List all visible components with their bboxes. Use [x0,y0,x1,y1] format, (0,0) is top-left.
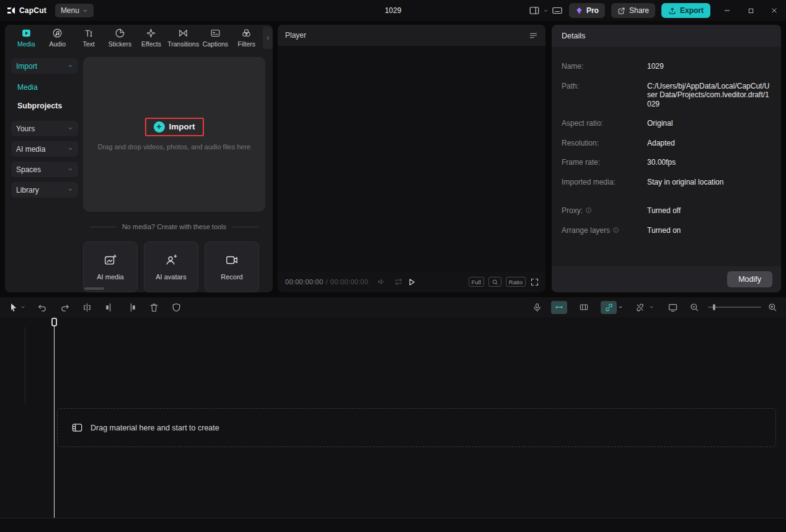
sidebar-item-yours[interactable]: Yours [11,121,78,136]
player-title: Player [285,31,306,40]
media-content: Import Drag and drop videos, photos, and… [83,51,273,292]
quality-full-button[interactable]: Full [469,277,484,287]
timecode-current: 00:00:00:00 [285,278,323,286]
mask-button[interactable] [171,302,182,313]
ai-media-card[interactable]: AI media [83,242,138,292]
record-icon [225,253,239,267]
detail-row-frame-rate: Frame rate: 30.00fps [562,158,771,167]
plus-icon [154,121,165,133]
export-button[interactable]: Export [661,3,710,18]
unlink-clips-button[interactable] [632,301,654,314]
keyframe-link-toggle[interactable] [551,301,567,314]
sidebar-item-library[interactable]: Library [11,182,78,198]
ai-media-icon [104,253,117,267]
sidebar-item-spaces[interactable]: Spaces [11,162,78,177]
media-panel-scrollbar[interactable] [84,287,104,290]
titlebar-actions: Pro Share Export [526,0,786,21]
menu-button[interactable]: Menu [55,4,94,17]
app-name: CapCut [19,6,46,15]
split-button[interactable] [82,302,92,313]
media-sidebar: Import Media Subprojects Yours AI media [5,51,83,292]
player-view-options: Full Ratio [469,277,540,287]
fit-zoom-button[interactable] [488,277,501,287]
import-dropzone[interactable]: Import Drag and drop videos, photos, and… [83,57,265,212]
capcut-logo-icon [6,6,16,15]
timeline[interactable]: Drag material here and start to create [0,317,786,532]
delete-right-button[interactable] [126,302,137,313]
ai-avatars-card[interactable]: AI avatars [144,242,198,292]
sidebar-item-subprojects[interactable]: Subprojects [11,98,78,113]
preview-axis-button[interactable] [668,302,678,313]
media-clip-icon [71,422,83,434]
chevron-down-icon [68,126,73,131]
media-tabbar: Media Audio Text Stickers [5,25,273,51]
tab-effects[interactable]: Effects [136,28,166,48]
tabs-expand-button[interactable] [263,27,273,49]
modify-button[interactable]: Modify [727,271,772,287]
sidebar-item-ai-media[interactable]: AI media [11,141,78,157]
sidebar-item-import[interactable]: Import [11,58,78,74]
undo-button[interactable] [37,302,48,313]
details-panel: Details Name: 1029 Path: C:/Users/bj/App… [552,25,781,292]
minimize-button[interactable] [715,0,739,21]
track-guide-line [25,327,25,404]
fullscreen-icon[interactable] [530,277,539,287]
pro-diamond-icon [575,7,583,15]
ratio-button[interactable]: Ratio [506,277,526,287]
freeze-frame-button[interactable] [576,301,592,314]
delete-left-button[interactable] [104,302,115,313]
maximize-button[interactable] [739,0,762,21]
playhead-line [54,326,55,518]
media-panel: Media Audio Text Stickers [5,25,273,292]
close-button[interactable] [762,0,786,21]
speaker-icon[interactable] [377,277,386,286]
shortcuts-icon[interactable] [552,5,563,16]
tab-captions[interactable]: Captions [200,28,230,48]
dropzone-hint: Drag and drop videos, photos, and audio … [97,142,252,152]
sidebar-item-media[interactable]: Media [11,80,78,95]
player-menu-icon[interactable] [529,31,538,40]
titlebar: CapCut Menu 1029 Pro [0,0,786,21]
redo-button[interactable] [60,302,70,313]
pro-button[interactable]: Pro [569,3,605,18]
import-button[interactable]: Import [154,121,195,133]
info-icon[interactable] [585,207,592,214]
record-card[interactable]: Record [205,242,259,292]
share-button[interactable]: Share [611,3,655,18]
timeline-zoom-slider[interactable] [708,307,761,308]
info-icon[interactable] [612,227,619,233]
timeline-dropzone[interactable]: Drag material here and start to create [57,408,776,447]
select-tool-button[interactable] [9,302,25,312]
detail-row-imported-media: Imported media: Stay in original locatio… [562,178,771,187]
transitions-icon [178,28,188,38]
effects-icon [146,28,156,38]
detail-row-aspect-ratio: Aspect ratio: Original [562,119,771,128]
tools-divider: No media? Create with these tools [83,223,265,230]
detail-row-resolution: Resolution: Adapted [562,139,771,148]
chevron-down-icon [82,8,88,14]
link-clips-toggle[interactable] [601,301,623,314]
tab-stickers[interactable]: Stickers [105,28,135,48]
layout-chevron-icon[interactable] [543,8,549,14]
layout-icon[interactable] [529,5,540,16]
player-viewport[interactable] [278,46,545,271]
tab-transitions[interactable]: Transitions [167,28,199,48]
play-button[interactable] [407,277,417,287]
loop-icon[interactable] [394,277,403,286]
tab-media[interactable]: Media [11,28,41,48]
zoom-slider-handle[interactable] [713,304,715,310]
capcut-app: CapCut Menu 1029 Pro [0,0,786,532]
chevron-down-icon [68,167,73,172]
share-icon [617,7,625,15]
stickers-icon [115,28,125,38]
timeline-dropzone-text: Drag material here and start to create [91,424,219,432]
tab-filters[interactable]: Filters [232,28,262,48]
delete-button[interactable] [149,302,159,313]
zoom-in-button[interactable] [767,302,777,312]
media-icon [21,28,32,38]
playhead-handle[interactable] [51,318,57,326]
tab-text[interactable]: Text [74,28,104,48]
zoom-out-button[interactable] [689,302,699,312]
tab-audio[interactable]: Audio [42,28,72,48]
record-voiceover-button[interactable] [532,302,542,313]
